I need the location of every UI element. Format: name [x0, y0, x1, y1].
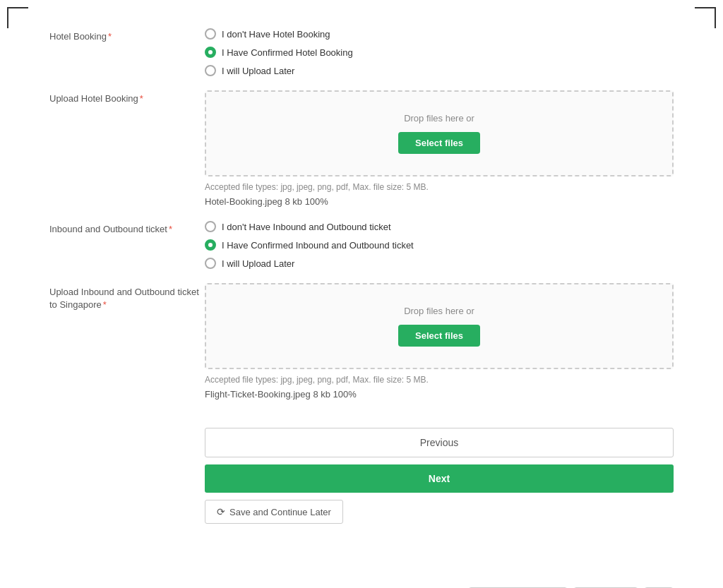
ticket-upload-area[interactable]: Drop files here or Select files — [205, 283, 674, 369]
ticket-select-files-button[interactable]: Select files — [398, 325, 480, 347]
save-later-button[interactable]: ⟳ Save and Continue Later — [205, 500, 343, 524]
hotel-option-upload-later-label: I will Upload Later — [222, 66, 294, 76]
corner-tr — [695, 7, 716, 28]
inbound-outbound-row: Inbound and Outbound ticket* I don't Hav… — [49, 221, 674, 269]
upload-ticket-content: Drop files here or Select files Accepted… — [205, 283, 674, 400]
hotel-select-files-button[interactable]: Select files — [398, 132, 480, 154]
form-container: Hotel Booking* I don't Have Hotel Bookin… — [14, 14, 709, 566]
ticket-accepted-types: Accepted file types: jpg, jpeg, png, pdf… — [205, 375, 674, 385]
ticket-radio-no[interactable] — [205, 221, 216, 232]
ticket-option-upload-later[interactable]: I will Upload Later — [205, 258, 674, 269]
hotel-option-no[interactable]: I don't Have Hotel Booking — [205, 28, 674, 40]
ticket-option-no[interactable]: I don't Have Inbound and Outbound ticket — [205, 221, 674, 232]
save-later-label: Save and Continue Later — [229, 507, 331, 517]
ticket-radio-confirmed[interactable] — [205, 239, 216, 251]
upload-hotel-content: Drop files here or Select files Accepted… — [205, 90, 674, 207]
footer: ✓ TRUSTe VERIFIED ✓ SECURE ✗ — [14, 580, 709, 588]
ticket-option-no-label: I don't Have Inbound and Outbound ticket — [222, 222, 391, 232]
hotel-option-no-label: I don't Have Hotel Booking — [222, 29, 330, 40]
hotel-option-confirmed[interactable]: I Have Confirmed Hotel Booking — [205, 47, 674, 58]
ticket-option-upload-later-label: I will Upload Later — [222, 258, 294, 269]
hotel-radio-upload-later[interactable] — [205, 65, 216, 76]
nav-row: Previous Next ⟳ Save and Continue Later — [49, 414, 674, 524]
corner-tl — [7, 7, 28, 28]
inbound-outbound-options: I don't Have Inbound and Outbound ticket… — [205, 221, 674, 269]
nav-buttons: Previous Next ⟳ Save and Continue Later — [205, 428, 674, 524]
upload-hotel-row: Upload Hotel Booking* Drop files here or… — [49, 90, 674, 207]
hotel-radio-no[interactable] — [205, 28, 216, 40]
hotel-accepted-types: Accepted file types: jpg, jpeg, png, pdf… — [205, 182, 674, 192]
ticket-drop-text: Drop files here or — [220, 306, 658, 316]
hotel-radio-confirmed[interactable] — [205, 47, 216, 58]
hotel-radio-group: I don't Have Hotel Booking I Have Confir… — [205, 28, 674, 76]
hotel-option-confirmed-label: I Have Confirmed Hotel Booking — [222, 47, 353, 58]
hotel-booking-row: Hotel Booking* I don't Have Hotel Bookin… — [49, 28, 674, 76]
hotel-booking-options: I don't Have Hotel Booking I Have Confir… — [205, 28, 674, 76]
hotel-upload-area[interactable]: Drop files here or Select files — [205, 90, 674, 176]
save-icon: ⟳ — [217, 506, 225, 517]
ticket-option-confirmed-label: I Have Confirmed Inbound and Outbound ti… — [222, 240, 414, 251]
previous-button[interactable]: Previous — [205, 428, 674, 457]
hotel-booking-label: Hotel Booking* — [49, 28, 205, 42]
page-wrapper: Hotel Booking* I don't Have Hotel Bookin… — [0, 0, 723, 588]
ticket-radio-group: I don't Have Inbound and Outbound ticket… — [205, 221, 674, 269]
next-button[interactable]: Next — [205, 464, 674, 493]
upload-ticket-row: Upload Inbound and Outbound ticket to Si… — [49, 283, 674, 400]
nav-spacer — [49, 414, 205, 416]
upload-ticket-label: Upload Inbound and Outbound ticket to Si… — [49, 283, 205, 311]
inbound-outbound-label: Inbound and Outbound ticket* — [49, 221, 205, 234]
ticket-radio-upload-later[interactable] — [205, 258, 216, 269]
hotel-file-info: Hotel-Booking.jpeg 8 kb 100% — [205, 196, 674, 207]
hotel-option-upload-later[interactable]: I will Upload Later — [205, 65, 674, 76]
hotel-drop-text: Drop files here or — [220, 113, 658, 124]
ticket-option-confirmed[interactable]: I Have Confirmed Inbound and Outbound ti… — [205, 239, 674, 251]
ticket-file-info: Flight-Ticket-Booking.jpeg 8 kb 100% — [205, 389, 674, 400]
upload-hotel-label: Upload Hotel Booking* — [49, 90, 205, 104]
